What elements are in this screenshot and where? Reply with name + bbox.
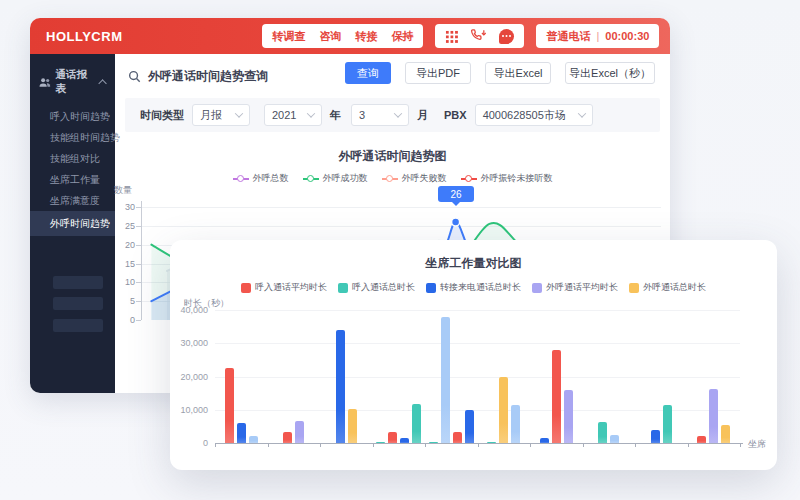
bar-lightblue[interactable] [249,436,258,443]
y-axis-tick-label: 5 [93,296,135,306]
chevron-down-icon [307,109,315,117]
bar-group-3 [320,310,373,443]
legend-item-呼入通话总时长[interactable]: 呼入通话总时长 [338,281,415,294]
bar-red[interactable] [552,350,561,443]
call-action-保持[interactable]: 保持 [391,29,413,44]
x-axis-tick [478,444,479,447]
bar-blue[interactable] [336,330,345,443]
bar-group-10 [688,310,741,443]
bar-chart-x-axis-label: 坐席 [748,438,766,451]
line-chart-y-axis-label: 数量 [114,184,132,197]
bar-blue[interactable] [465,410,474,443]
line-chart-title: 外呼通话时间趋势图 [115,148,670,165]
legend-item-外呼通话平均时长[interactable]: 外呼通话平均时长 [532,281,618,294]
bar-purple[interactable] [709,389,718,443]
month-select[interactable]: 3 [351,104,409,126]
legend-item-转接来电通话总时长[interactable]: 转接来电通话总时长 [426,281,521,294]
y-axis-tick-label: 25 [93,221,135,231]
bar-teal[interactable] [663,405,672,443]
call-action-转接[interactable]: 转接 [355,29,377,44]
year-value: 2021 [272,109,296,121]
bar-blue[interactable] [651,430,660,443]
sidebar-group-call-reports[interactable]: 通话报表 [30,54,115,106]
call-action-咨询[interactable]: 咨询 [319,29,341,44]
bar-yellow[interactable] [499,377,508,444]
export-excel-seconds-button[interactable]: 导出Excel（秒） [565,62,655,84]
export-excel-button[interactable]: 导出Excel [485,62,551,84]
bar-group-1 [215,310,268,443]
sidebar-item-技能组时间趋势[interactable]: 技能组时间趋势 [30,127,115,148]
bar-blue[interactable] [540,438,549,443]
dialpad-grid-icon[interactable] [445,30,458,43]
y-axis-tick-label: 20,000 [170,372,208,382]
y-axis-tick-label: 15 [93,259,135,269]
bar-blue[interactable] [237,423,246,443]
bar-lightblue[interactable] [511,405,520,443]
month-suffix-label: 月 [417,108,428,123]
call-action-group: 转调查咨询转接保持 [262,24,423,48]
bar-purple[interactable] [564,390,573,443]
bar-teal[interactable] [412,404,421,443]
y-axis-tick-label: 10,000 [170,405,208,415]
y-axis-tick-label: 10 [93,277,135,287]
phone-call-icon[interactable] [470,29,487,44]
badge-divider: | [596,30,599,42]
y-axis-tick-label: 20 [93,240,135,250]
sidebar-item-技能组对比[interactable]: 技能组对比 [30,148,115,169]
highlighted-data-point[interactable] [452,218,460,226]
y-axis-tick-label: 30 [93,202,135,212]
x-axis-tick [373,444,374,447]
chat-message-icon[interactable] [499,29,514,44]
bar-yellow[interactable] [348,409,357,443]
legend-item-外呼通话总时长[interactable]: 外呼通话总时长 [629,281,706,294]
call-status-badge: 普通电话 | 00:00:30 [536,24,659,48]
app-logo: HOLLYCRM [46,29,122,44]
bar-purple[interactable] [295,421,304,443]
bar-teal[interactable] [598,422,607,443]
bar-red[interactable] [453,432,462,443]
bar-group-7 [530,310,583,443]
agent-workload-card: 坐席工作量对比图 呼入通话平均时长呼入通话总时长转接来电通话总时长外呼通话平均时… [170,240,777,470]
bar-chart-x-axis [215,443,743,444]
legend-label: 外呼通话总时长 [643,281,706,294]
search-button[interactable]: 查询 [345,62,391,84]
x-axis-tick [740,444,741,447]
call-action-转调查[interactable]: 转调查 [272,29,305,44]
bar-teal[interactable] [429,442,438,444]
time-type-select[interactable]: 月报 [192,104,250,126]
bar-teal[interactable] [376,442,385,444]
bar-group-9 [635,310,688,443]
chevron-up-icon [98,79,106,87]
bar-blue[interactable] [400,438,409,443]
bar-lightblue[interactable] [441,317,450,443]
bar-lightblue[interactable] [610,435,619,443]
x-axis-tick [688,444,689,447]
bar-group-6 [478,310,531,443]
x-axis-tick [425,444,426,447]
export-pdf-button[interactable]: 导出PDF [405,62,471,84]
bar-red[interactable] [388,432,397,443]
chevron-down-icon [235,109,243,117]
bar-red[interactable] [283,432,292,443]
year-suffix-label: 年 [330,108,341,123]
time-type-label: 时间类型 [140,108,184,123]
year-select[interactable]: 2021 [264,104,322,126]
page-title-row: 外呼通话时间趋势查询 [128,68,268,85]
legend-swatch-icon [629,283,639,293]
filter-bar: 时间类型 月报 2021 年 3 月 PBX 4000628505市场 [125,98,660,132]
bar-group-5 [425,310,478,443]
sidebar-group-label: 通话报表 [56,68,97,96]
chevron-down-icon [577,109,585,117]
bar-yellow[interactable] [721,425,730,443]
sidebar-item-呼入时间趋势[interactable]: 呼入时间趋势 [30,106,115,127]
time-type-value: 月报 [200,108,222,123]
legend-swatch-icon [338,283,348,293]
bar-red[interactable] [697,436,706,443]
x-axis-tick [320,444,321,447]
pbx-select[interactable]: 4000628505市场 [475,104,593,126]
sidebar-item-坐席工作量[interactable]: 坐席工作量 [30,169,115,190]
legend-item-呼入通话平均时长[interactable]: 呼入通话平均时长 [241,281,327,294]
legend-swatch-icon [532,283,542,293]
bar-teal[interactable] [487,442,496,444]
bar-red[interactable] [225,368,234,443]
